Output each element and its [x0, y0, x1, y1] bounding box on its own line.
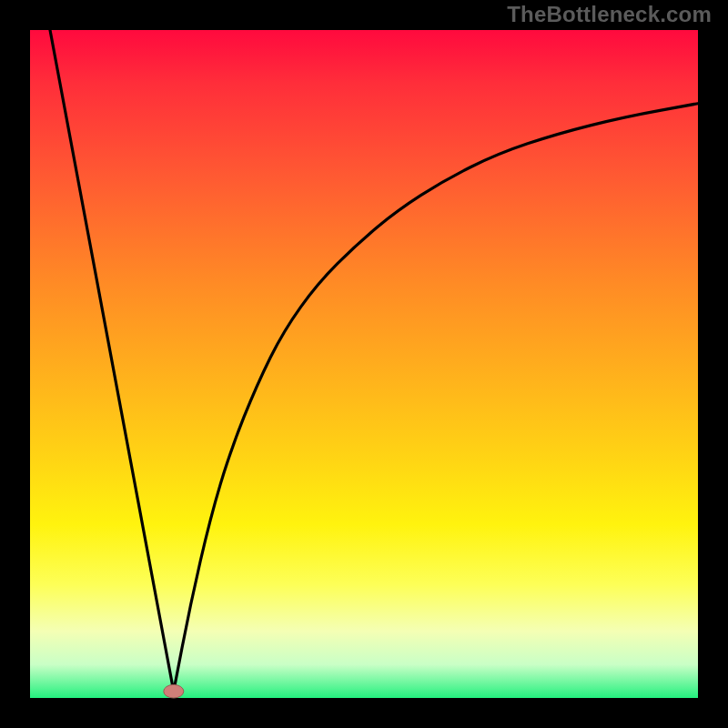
watermark-text: TheBottleneck.com	[507, 2, 712, 27]
curve-svg	[30, 30, 698, 698]
plot-area	[30, 30, 698, 698]
bottleneck-curve	[50, 30, 698, 692]
min-point-marker	[164, 684, 184, 698]
chart-frame: TheBottleneck.com	[0, 0, 728, 728]
